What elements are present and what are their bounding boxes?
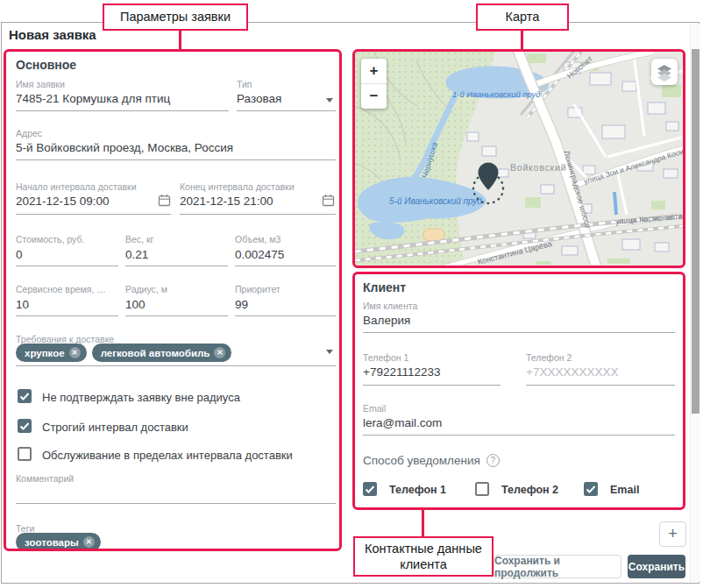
section-title-client: Клиент	[363, 280, 406, 294]
checkbox-notify-phone1-label[interactable]: Телефон 1	[389, 484, 446, 496]
volume-label: Объем, м3	[235, 234, 280, 244]
checkbox-notify-phone2[interactable]	[475, 482, 489, 496]
checkbox-outside-radius[interactable]	[18, 389, 32, 403]
weight-input[interactable]: 0.21	[125, 248, 148, 261]
interval-start-label: Начало интервала доставки	[16, 181, 137, 192]
chip-label: зоотовары	[25, 537, 79, 548]
zoom-in-button[interactable]: +	[361, 59, 387, 83]
help-icon[interactable]: ?	[486, 454, 500, 467]
weight-underline	[125, 266, 228, 266]
priority-underline	[235, 315, 336, 316]
client-name-underline	[363, 332, 675, 333]
map-graphics	[355, 52, 683, 266]
cost-label: Стоимость, руб.	[16, 234, 84, 244]
add-contact-button[interactable]: +	[659, 521, 686, 547]
volume-underline	[235, 266, 336, 266]
requirement-chip[interactable]: легковой автомобиль✕	[92, 344, 232, 362]
notify-method-row: Способ уведомления ?	[363, 454, 500, 467]
order-type-label: Тип	[237, 79, 252, 89]
address-label: Адрес	[16, 128, 42, 138]
cost-underline	[16, 266, 118, 266]
client-name-label: Имя клиента	[363, 301, 417, 311]
calendar-icon[interactable]	[158, 194, 171, 210]
order-name-label: Имя заявки	[16, 79, 65, 89]
comment-label: Комментарий	[16, 473, 74, 484]
order-name-underline	[16, 110, 229, 111]
service-time-label: Сервисное время, …	[16, 284, 106, 294]
checkbox-strict-interval-label[interactable]: Строгий интервал доставки	[42, 421, 188, 434]
email-input[interactable]: lera@mail.com	[363, 416, 442, 429]
save-and-continue-button[interactable]: Сохранить и продолжить	[494, 555, 621, 578]
address-input[interactable]: 5-й Войковский проезд, Москва, Россия	[16, 141, 233, 154]
phone1-label: Телефон 1	[363, 352, 408, 363]
email-underline	[363, 435, 675, 436]
comment-input-underline[interactable]	[16, 503, 336, 504]
client-name-input[interactable]: Валерия	[363, 314, 410, 327]
chevron-down-icon[interactable]	[326, 98, 333, 103]
cost-input[interactable]: 0	[16, 248, 23, 261]
scrollbar-track[interactable]	[690, 24, 700, 582]
checkbox-service-within-interval-label[interactable]: Обслуживание в пределах интервала достав…	[42, 449, 293, 462]
notify-method-label: Способ уведомления	[363, 454, 480, 467]
requirements-chips: хрупкое✕ легковой автомобиль✕	[16, 344, 231, 362]
chip-label: легковой автомобиль	[101, 348, 210, 358]
close-icon[interactable]: ✕	[214, 347, 225, 358]
interval-end-underline	[180, 214, 336, 215]
weight-label: Вес, кг	[125, 234, 153, 244]
address-underline	[16, 159, 336, 160]
volume-input[interactable]: 0.002475	[235, 248, 284, 261]
page-title: Новая заявка	[9, 27, 96, 42]
annotation-callout-params: Параметры заявки	[103, 4, 248, 31]
order-name-input[interactable]: 7485-21 Кормушка для птиц	[16, 92, 170, 105]
close-icon[interactable]: ✕	[69, 347, 81, 358]
checkbox-outside-radius-label[interactable]: Не подтверждать заявку вне радиуса	[42, 391, 240, 404]
priority-input[interactable]: 99	[235, 298, 248, 311]
service-underline	[16, 315, 118, 316]
checkbox-notify-phone2-label[interactable]: Телефон 2	[501, 484, 558, 496]
save-button[interactable]: Сохранить	[628, 555, 685, 578]
requirement-chip[interactable]: хрупкое✕	[16, 344, 87, 362]
service-time-input[interactable]: 10	[16, 298, 29, 311]
annotation-leader-contact	[422, 510, 424, 537]
phone2-label: Телефон 2	[526, 352, 572, 363]
phone1-underline	[363, 385, 501, 386]
checkbox-service-within-interval[interactable]	[18, 447, 32, 461]
annotation-text: Контактные данные	[365, 541, 482, 556]
map-zoom-control: + −	[361, 59, 387, 109]
checkbox-strict-interval[interactable]	[18, 419, 32, 433]
screenshot-root: Новая заявка Основное Имя заявки 7485-21…	[0, 0, 703, 588]
map-canvas[interactable]: 1-й Иваньковский пруд Чернушка 5-й Ивань…	[355, 52, 683, 266]
order-type-select[interactable]: Разовая	[237, 92, 281, 105]
annotation-text: Карта	[506, 9, 540, 25]
checkbox-notify-email-label[interactable]: Email	[610, 484, 639, 496]
requirements-underline	[16, 365, 336, 366]
annotation-callout-map: Карта	[476, 4, 569, 31]
phone2-input[interactable]: +7XXXXXXXXXX	[526, 365, 618, 379]
plus-icon: +	[668, 525, 678, 543]
interval-start-input[interactable]: 2021-12-15 09:00	[16, 195, 110, 208]
section-title-main: Основное	[16, 58, 76, 72]
interval-end-input[interactable]: 2021-12-15 21:00	[180, 195, 273, 208]
interval-start-underline	[16, 214, 171, 215]
tag-chip[interactable]: зоотовары✕	[16, 533, 101, 551]
annotation-text: Параметры заявки	[120, 9, 231, 25]
close-icon[interactable]: ✕	[83, 536, 95, 548]
scrollbar-thumb[interactable]	[692, 49, 699, 414]
annotation-leader-params	[179, 29, 181, 51]
interval-end-label: Конец интервала доставки	[180, 181, 295, 192]
radius-label: Радиус, м	[125, 284, 167, 294]
chevron-down-icon[interactable]	[326, 350, 333, 354]
annotation-leader-map	[521, 29, 523, 51]
priority-label: Приоритет	[235, 284, 280, 294]
phone1-input[interactable]: +79221112233	[363, 365, 440, 379]
annotation-callout-contact: Контактные данные клиента	[353, 536, 494, 577]
radius-input[interactable]: 100	[125, 298, 146, 311]
checkbox-notify-phone1[interactable]	[363, 482, 377, 496]
calendar-icon[interactable]	[322, 194, 335, 210]
checkbox-notify-email[interactable]	[584, 482, 598, 496]
zoom-out-button[interactable]: −	[361, 84, 387, 109]
chip-label: хрупкое	[25, 348, 65, 358]
order-type-underline	[237, 110, 336, 111]
layers-button[interactable]	[651, 59, 678, 85]
phone2-underline	[526, 385, 675, 386]
